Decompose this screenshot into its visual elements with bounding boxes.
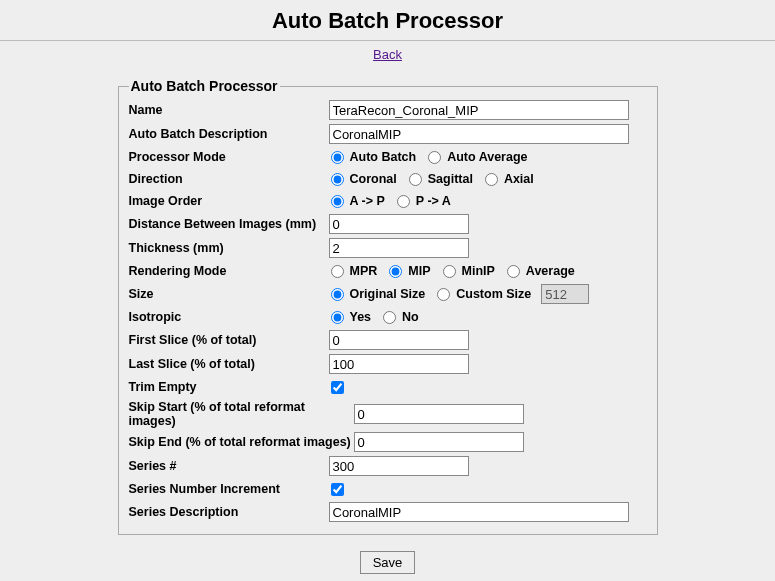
- skip-start-input[interactable]: [354, 404, 524, 424]
- radio-original-size[interactable]: [331, 288, 344, 301]
- label-distance: Distance Between Images (mm): [129, 217, 329, 231]
- label-size: Size: [129, 287, 329, 301]
- distance-input[interactable]: [329, 214, 469, 234]
- radio-coronal[interactable]: [331, 173, 344, 186]
- radio-isotropic-no-label: No: [402, 310, 419, 324]
- radio-minip-label: MinIP: [462, 264, 495, 278]
- label-processor-mode: Processor Mode: [129, 150, 329, 164]
- radio-p-to-a-label: P -> A: [416, 194, 451, 208]
- series-inc-checkbox[interactable]: [331, 483, 344, 496]
- label-first-slice: First Slice (% of total): [129, 333, 329, 347]
- trim-empty-checkbox[interactable]: [331, 381, 344, 394]
- radio-axial[interactable]: [485, 173, 498, 186]
- radio-average-label: Average: [526, 264, 575, 278]
- save-button[interactable]: Save: [360, 551, 416, 574]
- description-input[interactable]: [329, 124, 629, 144]
- label-series-num: Series #: [129, 459, 329, 473]
- last-slice-input[interactable]: [329, 354, 469, 374]
- label-skip-start: Skip Start (% of total reformat images): [129, 400, 354, 428]
- radio-mip[interactable]: [389, 265, 402, 278]
- thickness-input[interactable]: [329, 238, 469, 258]
- label-skip-end: Skip End (% of total reformat images): [129, 435, 354, 449]
- series-num-input[interactable]: [329, 456, 469, 476]
- skip-end-input[interactable]: [354, 432, 524, 452]
- back-link[interactable]: Back: [373, 47, 402, 62]
- radio-mpr-label: MPR: [350, 264, 378, 278]
- radio-isotropic-yes[interactable]: [331, 311, 344, 324]
- radio-sagittal-label: Sagittal: [428, 172, 473, 186]
- radio-custom-size-label: Custom Size: [456, 287, 531, 301]
- radio-isotropic-no[interactable]: [383, 311, 396, 324]
- radio-sagittal[interactable]: [409, 173, 422, 186]
- radio-mpr[interactable]: [331, 265, 344, 278]
- radio-p-to-a[interactable]: [397, 195, 410, 208]
- custom-size-input: [541, 284, 589, 304]
- radio-custom-size[interactable]: [437, 288, 450, 301]
- first-slice-input[interactable]: [329, 330, 469, 350]
- radio-auto-average[interactable]: [428, 151, 441, 164]
- radio-coronal-label: Coronal: [350, 172, 397, 186]
- label-trim-empty: Trim Empty: [129, 380, 329, 394]
- radio-axial-label: Axial: [504, 172, 534, 186]
- label-rendering-mode: Rendering Mode: [129, 264, 329, 278]
- label-image-order: Image Order: [129, 194, 329, 208]
- page-title: Auto Batch Processor: [0, 0, 775, 40]
- label-name: Name: [129, 103, 329, 117]
- radio-average[interactable]: [507, 265, 520, 278]
- label-last-slice: Last Slice (% of total): [129, 357, 329, 371]
- radio-a-to-p[interactable]: [331, 195, 344, 208]
- radio-mip-label: MIP: [408, 264, 430, 278]
- radio-auto-batch[interactable]: [331, 151, 344, 164]
- name-input[interactable]: [329, 100, 629, 120]
- label-direction: Direction: [129, 172, 329, 186]
- radio-auto-average-label: Auto Average: [447, 150, 527, 164]
- radio-original-size-label: Original Size: [350, 287, 426, 301]
- series-desc-input[interactable]: [329, 502, 629, 522]
- fieldset-legend: Auto Batch Processor: [129, 78, 280, 94]
- auto-batch-fieldset: Auto Batch Processor Name Auto Batch Des…: [118, 78, 658, 535]
- label-series-desc: Series Description: [129, 505, 329, 519]
- radio-a-to-p-label: A -> P: [350, 194, 385, 208]
- radio-minip[interactable]: [443, 265, 456, 278]
- radio-auto-batch-label: Auto Batch: [350, 150, 417, 164]
- radio-isotropic-yes-label: Yes: [350, 310, 372, 324]
- label-thickness: Thickness (mm): [129, 241, 329, 255]
- label-isotropic: Isotropic: [129, 310, 329, 324]
- label-series-inc: Series Number Increment: [129, 482, 329, 496]
- label-description: Auto Batch Description: [129, 127, 329, 141]
